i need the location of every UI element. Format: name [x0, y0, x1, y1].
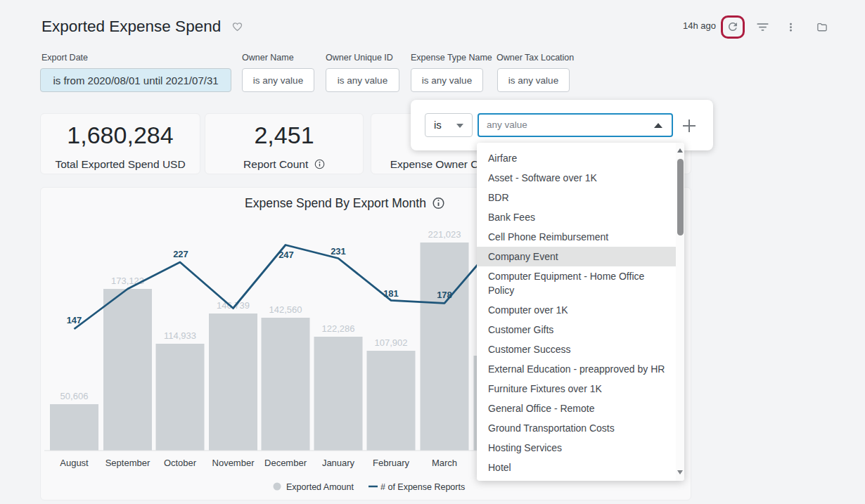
svg-text:247: 247 [278, 250, 294, 260]
svg-text:221,023: 221,023 [428, 229, 461, 240]
svg-text:August: August [60, 458, 89, 468]
svg-text:181: 181 [383, 288, 399, 299]
svg-text:173,123: 173,123 [111, 276, 144, 286]
svg-text:February: February [373, 458, 410, 468]
svg-text:January: January [322, 458, 355, 468]
svg-text:November: November [212, 458, 255, 468]
svg-text:March: March [432, 458, 457, 468]
svg-text:227: 227 [173, 249, 188, 259]
svg-text:October: October [164, 458, 197, 468]
svg-text:# of Expense Reports: # of Expense Reports [380, 482, 465, 492]
svg-text:September: September [105, 458, 150, 468]
svg-text:178: 178 [437, 290, 452, 300]
svg-text:Expense Spend By Export Month: Expense Spend By Export Month [245, 196, 426, 210]
svg-text:114,933: 114,933 [164, 330, 196, 341]
svg-text:231: 231 [331, 246, 346, 257]
svg-text:50,606: 50,606 [60, 391, 89, 401]
svg-text:Exported Amount: Exported Amount [286, 482, 354, 492]
svg-text:107,902: 107,902 [375, 337, 408, 348]
svg-text:122,286: 122,286 [322, 323, 355, 334]
svg-text:142,560: 142,560 [269, 304, 302, 315]
svg-text:December: December [264, 458, 307, 468]
svg-text:147: 147 [67, 315, 82, 325]
